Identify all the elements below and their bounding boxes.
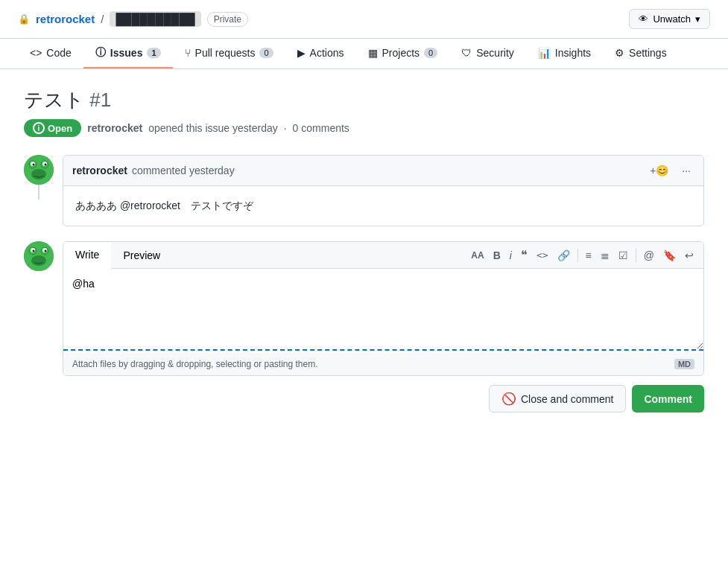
more-button[interactable]: ··· bbox=[678, 162, 694, 179]
toolbar-sep-2 bbox=[636, 249, 636, 262]
projects-badge: 0 bbox=[424, 48, 437, 58]
issues-icon: ⓘ bbox=[95, 46, 106, 60]
settings-icon: ⚙ bbox=[615, 47, 624, 59]
reply-button[interactable]: ↩ bbox=[681, 246, 697, 264]
md-badge: MD bbox=[674, 359, 694, 369]
issues-badge: 1 bbox=[147, 48, 160, 58]
repo-owner-link[interactable]: retrorocket bbox=[36, 13, 95, 25]
close-comment-label: Close and comment bbox=[521, 393, 614, 405]
comment-thread: retrorocket commented yesterday +😊 ··· あ… bbox=[24, 155, 704, 226]
commenter-avatar bbox=[24, 155, 54, 185]
comment-header: retrorocket commented yesterday +😊 ··· bbox=[63, 156, 703, 186]
react-button[interactable]: +😊 bbox=[646, 162, 672, 179]
toolbar-sep-1 bbox=[577, 249, 578, 262]
tasklist-button[interactable]: ☑ bbox=[615, 246, 632, 264]
main-content: テスト #1 i Open retrorocket opened this is… bbox=[0, 69, 728, 430]
issue-dot-sep: · bbox=[284, 122, 287, 134]
issue-author: retrorocket bbox=[87, 122, 142, 134]
svg-point-14 bbox=[45, 250, 47, 252]
write-tab[interactable]: Write bbox=[63, 242, 111, 269]
comment-header-actions: +😊 ··· bbox=[646, 162, 694, 179]
pr-icon: ⑂ bbox=[185, 47, 191, 59]
heading-button[interactable]: AA bbox=[467, 247, 487, 264]
link-button[interactable]: 🔗 bbox=[554, 246, 574, 264]
reply-toolbar: AA B i ❝ <> 🔗 ≡ ≣ ☑ @ 🔖 ↩ bbox=[461, 242, 703, 268]
svg-point-7 bbox=[31, 169, 46, 179]
comment-body: ああああ @retrorocket テストですぞ bbox=[63, 186, 703, 226]
tab-pull-requests[interactable]: ⑂ Pull requests 0 bbox=[173, 39, 285, 69]
status-label: Open bbox=[48, 123, 72, 134]
open-badge: i Open bbox=[24, 119, 81, 137]
reply-box: Write Preview AA B i ❝ <> 🔗 ≡ ≣ ☑ @ 🔖 ↩ bbox=[63, 241, 704, 376]
actions-icon: ▶ bbox=[297, 47, 306, 59]
tab-actions[interactable]: ▶ Close and comment Actions bbox=[285, 39, 356, 69]
code-icon: <> bbox=[30, 47, 42, 59]
issue-comments-count: 0 comments bbox=[293, 122, 349, 134]
pr-badge: 0 bbox=[259, 48, 273, 58]
issue-meta: i Open retrorocket opened this issue yes… bbox=[24, 119, 704, 137]
tab-security[interactable]: 🛡 Security bbox=[449, 39, 526, 69]
file-attach-bar: Attach files by dragging & dropping, sel… bbox=[63, 353, 703, 375]
code-button[interactable]: <> bbox=[533, 246, 552, 264]
lock-icon: 🔒 bbox=[18, 13, 30, 25]
comment-time: commented yesterday bbox=[132, 165, 235, 176]
actions-bar: 🚫 Close and comment Comment bbox=[24, 385, 704, 412]
svg-point-6 bbox=[45, 164, 47, 166]
mention-button[interactable]: @ bbox=[640, 246, 658, 264]
reply-thread: Write Preview AA B i ❝ <> 🔗 ≡ ≣ ☑ @ 🔖 ↩ bbox=[24, 241, 704, 376]
svg-point-15 bbox=[31, 255, 46, 266]
tab-insights[interactable]: 📊 Insights bbox=[526, 39, 603, 69]
repo-name: ██████████ bbox=[110, 11, 200, 27]
separator: / bbox=[101, 13, 104, 25]
thread-line bbox=[38, 185, 39, 200]
issue-action: opened this issue yesterday bbox=[148, 122, 278, 134]
preview-tab[interactable]: Preview bbox=[111, 242, 172, 268]
watch-button[interactable]: 👁 Unwatch ▾ bbox=[629, 9, 710, 29]
tab-code[interactable]: <> Code bbox=[18, 39, 83, 69]
chevron-down-icon: ▾ bbox=[695, 13, 700, 25]
reference-button[interactable]: 🔖 bbox=[659, 246, 680, 264]
italic-button[interactable]: i bbox=[506, 246, 516, 264]
reply-avatar bbox=[24, 241, 54, 271]
bold-button[interactable]: B bbox=[490, 246, 504, 264]
private-badge: Private bbox=[207, 12, 248, 27]
projects-icon: ▦ bbox=[368, 47, 378, 59]
issue-number: #1 bbox=[89, 89, 111, 111]
tab-projects[interactable]: ▦ Projects 0 bbox=[356, 39, 450, 69]
unordered-list-button[interactable]: ≡ bbox=[582, 246, 595, 264]
tab-issues[interactable]: ⓘ Issues 1 bbox=[83, 39, 173, 69]
watch-label: Unwatch bbox=[653, 13, 691, 25]
comment-box: retrorocket commented yesterday +😊 ··· あ… bbox=[63, 155, 704, 226]
svg-point-13 bbox=[33, 250, 35, 252]
ordered-list-button[interactable]: ≣ bbox=[597, 246, 613, 264]
eye-icon: 👁 bbox=[639, 13, 648, 25]
stop-icon: 🚫 bbox=[501, 392, 516, 406]
issue-title: テスト #1 bbox=[24, 87, 704, 113]
repo-nav: <> Code ⓘ Issues 1 ⑂ Pull requests 0 ▶ C… bbox=[0, 39, 728, 69]
repo-header: 🔒 retrorocket / ██████████ Private 👁 Unw… bbox=[0, 0, 728, 39]
reply-textarea[interactable]: @ha bbox=[63, 269, 703, 351]
close-and-comment-button[interactable]: 🚫 Close and comment bbox=[489, 385, 627, 412]
quote-button[interactable]: ❝ bbox=[517, 245, 531, 265]
insights-icon: 📊 bbox=[538, 47, 551, 59]
comment-author: retrorocket bbox=[72, 165, 127, 176]
svg-point-5 bbox=[33, 164, 35, 166]
comment-button[interactable]: Comment bbox=[632, 385, 704, 412]
status-icon: i bbox=[33, 122, 45, 134]
shield-icon: 🛡 bbox=[461, 47, 472, 59]
attach-label: Attach files by dragging & dropping, sel… bbox=[72, 359, 318, 369]
tab-settings[interactable]: ⚙ Settings bbox=[603, 39, 679, 69]
